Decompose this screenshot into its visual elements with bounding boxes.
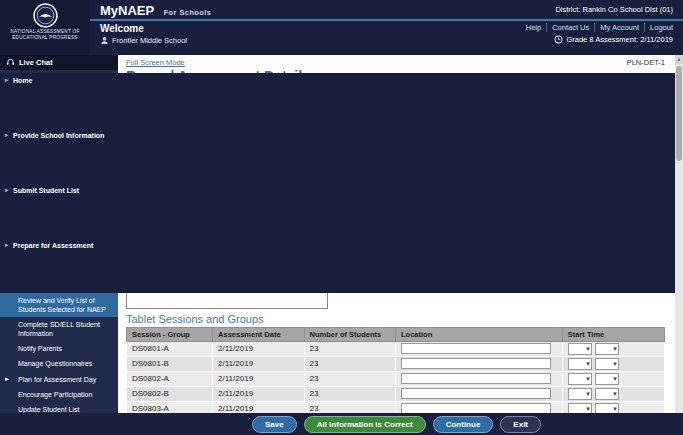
number-of-students-cell: 23	[304, 356, 395, 371]
sidebar-item[interactable]: Review and Verify List of Students Selec…	[0, 293, 118, 317]
start-time-cell	[562, 371, 664, 386]
contact-us-link[interactable]: Contact Us	[547, 23, 595, 32]
sessions-table: Session - GroupAssessment DateNumber of …	[126, 327, 665, 413]
start-hour-select[interactable]	[568, 388, 592, 400]
sidebar-item-label: Complete SD/ELL Student Information	[18, 321, 100, 337]
exit-button[interactable]: Exit	[500, 416, 541, 433]
table-row: DS0803-A 2/11/2019 23	[127, 401, 665, 413]
live-chat-label: Live Chat	[19, 58, 53, 67]
full-screen-mode-link[interactable]: Full Screen Mode	[126, 58, 185, 67]
location-input[interactable]	[401, 343, 551, 354]
location-cell	[395, 386, 562, 401]
assessment-date-cell: 2/11/2019	[213, 341, 304, 356]
my-account-link[interactable]: My Account	[595, 23, 645, 32]
location-input[interactable]	[401, 373, 551, 384]
school-name: Frontier Middle School	[112, 36, 187, 45]
location-input[interactable]	[401, 403, 551, 413]
naep-logo: National Assessment of Educational Progr…	[0, 0, 90, 55]
sessions-heading: Tablet Sessions and Groups	[126, 313, 665, 325]
title-bar: MyNAEP For Schools District: Rankin Co S…	[90, 0, 683, 21]
district-label: District: Rankin Co School Dist (01)	[555, 5, 673, 14]
location-cell	[395, 371, 562, 386]
sidebar-item-label: Provide School Information	[13, 131, 104, 180]
live-chat-button[interactable]: Live Chat	[0, 55, 118, 70]
headset-icon	[6, 58, 15, 67]
scrollbar-thumb[interactable]	[676, 66, 682, 161]
column-header: Location	[395, 327, 562, 341]
save-button[interactable]: Save	[252, 416, 297, 433]
help-link[interactable]: Help	[521, 23, 547, 32]
start-hour-select[interactable]	[568, 343, 592, 355]
sidebar-item[interactable]: Manage Questionnaires	[0, 356, 118, 371]
start-minute-select[interactable]	[595, 358, 619, 370]
table-row: DS0802-B 2/11/2019 23	[127, 386, 665, 401]
sidebar-item[interactable]: Plan for Assessment Day	[0, 372, 118, 387]
sidebar-item[interactable]: Submit Student List	[0, 183, 683, 238]
app-name: MyNAEP	[100, 3, 154, 18]
all-information-correct-button[interactable]: All Information is Correct	[304, 416, 426, 433]
sidebar-item-label: Prepare for Assessment	[13, 241, 93, 290]
start-time-cell	[562, 341, 664, 356]
session-group-cell: DS0801-A	[127, 341, 213, 356]
sidebar-item-label: Review and Verify List of Students Selec…	[18, 297, 106, 313]
school-name-row: Frontier Middle School	[100, 36, 187, 45]
sidebar-item-label: Notify Parents	[18, 345, 62, 352]
header-nav: Help Contact Us My Account Logout	[521, 23, 673, 32]
naep-org-text: National Assessment of Educational Progr…	[8, 29, 82, 40]
sidebar-item-label: Home	[13, 76, 32, 125]
page-code: PLN-DET-1	[627, 58, 665, 67]
sidebar: Live Chat Home Provide School Informatio…	[0, 55, 118, 435]
assessment-label: Grade 8 Assessment: 2/11/2019	[566, 35, 673, 44]
number-of-students-cell: 23	[304, 341, 395, 356]
sidebar-item[interactable]: Prepare for Assessment	[0, 238, 683, 293]
sidebar-item[interactable]: Provide School Information	[0, 128, 683, 183]
table-row: DS0801-B 2/11/2019 23	[127, 356, 665, 371]
welcome-label: Welcome	[100, 23, 187, 34]
app-header: National Assessment of Educational Progr…	[0, 0, 683, 55]
column-header: Start Time	[562, 327, 664, 341]
start-minute-select[interactable]	[595, 403, 619, 413]
sessions-table-body: DS0801-A 2/11/2019 23 DS0801-B 2/11/2019…	[127, 341, 665, 413]
number-of-students-cell: 23	[304, 386, 395, 401]
start-minute-select[interactable]	[595, 388, 619, 400]
sidebar-item[interactable]: Complete SD/ELL Student Information	[0, 317, 118, 341]
continue-button[interactable]: Continue	[433, 416, 494, 433]
app-tagline: For Schools	[164, 8, 212, 17]
start-minute-select[interactable]	[595, 343, 619, 355]
column-header: Session - Group	[127, 327, 213, 341]
sidebar-item[interactable]: Notify Parents	[0, 341, 118, 356]
assessment-date-cell: 2/11/2019	[213, 371, 304, 386]
sidebar-item-label: Update Student List	[18, 406, 80, 413]
start-time-cell	[562, 356, 664, 371]
session-group-cell: DS0801-B	[127, 356, 213, 371]
sidebar-item-label: Submit Student List	[13, 186, 79, 235]
sidebar-item-label: Manage Questionnaires	[18, 360, 92, 367]
session-group-cell: DS0802-B	[127, 386, 213, 401]
session-group-cell: DS0802-A	[127, 371, 213, 386]
vertical-scrollbar[interactable]	[675, 55, 683, 413]
sidebar-item-label: Encourage Participation	[18, 391, 92, 398]
scroll-up-arrow[interactable]	[675, 55, 683, 64]
location-input[interactable]	[401, 358, 551, 369]
table-row: DS0801-A 2/11/2019 23	[127, 341, 665, 356]
clock-icon	[554, 35, 563, 44]
assessment-date-cell: 2/11/2019	[213, 401, 304, 413]
sidebar-item[interactable]: Encourage Participation	[0, 387, 118, 402]
sidebar-item-label: Plan for Assessment Day	[18, 376, 96, 383]
start-time-cell	[562, 386, 664, 401]
sidebar-item[interactable]: Home	[0, 73, 683, 128]
start-hour-select[interactable]	[568, 403, 592, 413]
person-icon	[100, 36, 109, 45]
naep-seal-icon	[33, 3, 58, 28]
start-hour-select[interactable]	[568, 373, 592, 385]
logout-link[interactable]: Logout	[645, 23, 673, 32]
start-hour-select[interactable]	[568, 358, 592, 370]
footer-bar: Save All Information is Correct Continue…	[0, 413, 683, 435]
location-input[interactable]	[401, 388, 551, 399]
sessions-section: Tablet Sessions and Groups Session - Gro…	[126, 313, 665, 413]
sidebar-nav: Home Provide School Information Submit S…	[0, 70, 118, 435]
location-cell	[395, 356, 562, 371]
assessment-info: Grade 8 Assessment: 2/11/2019	[521, 35, 673, 44]
start-minute-select[interactable]	[595, 373, 619, 385]
session-group-cell: DS0803-A	[127, 401, 213, 413]
